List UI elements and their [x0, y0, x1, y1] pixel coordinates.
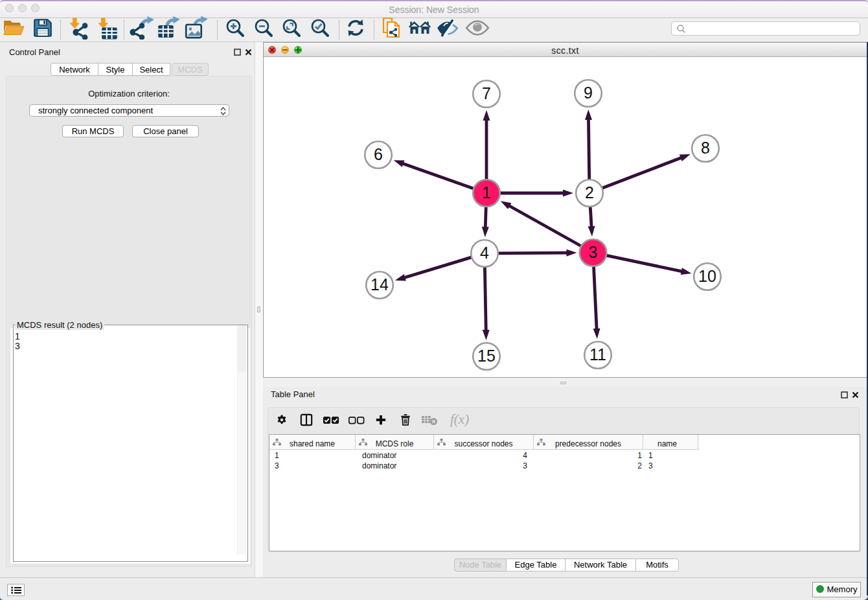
svg-text:11: 11 [589, 345, 606, 363]
svg-text:8: 8 [701, 139, 710, 157]
svg-text:2: 2 [585, 183, 594, 202]
svg-text:14: 14 [371, 275, 389, 294]
svg-text:9: 9 [584, 84, 593, 102]
svg-text:10: 10 [698, 267, 716, 285]
svg-text:15: 15 [477, 347, 496, 365]
svg-text:6: 6 [374, 145, 383, 163]
svg-text:4: 4 [480, 244, 489, 262]
svg-text:7: 7 [482, 84, 491, 102]
svg-text:1: 1 [482, 183, 491, 202]
svg-text:3: 3 [589, 243, 598, 261]
